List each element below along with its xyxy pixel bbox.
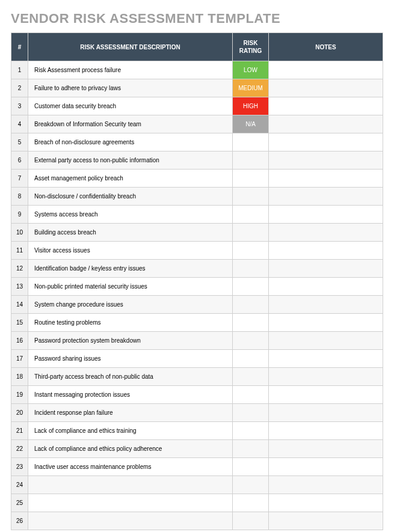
row-number: 8 [11, 188, 28, 206]
table-row: 10Building access breach [11, 224, 383, 242]
row-notes [269, 494, 383, 512]
row-description: Lack of compliance and ethics policy adh… [28, 440, 233, 458]
table-row: 11Visitor access issues [11, 242, 383, 260]
row-description: Inactive user access maintenance problem… [28, 458, 233, 476]
row-rating [233, 350, 269, 368]
row-rating [233, 440, 269, 458]
row-number: 3 [11, 97, 28, 115]
row-rating [233, 332, 269, 350]
row-notes [269, 188, 383, 206]
row-number: 7 [11, 170, 28, 188]
row-number: 24 [11, 476, 28, 494]
row-notes [269, 242, 383, 260]
row-notes [269, 296, 383, 314]
row-description: Routine testing problems [28, 314, 233, 332]
row-notes [269, 170, 383, 188]
row-number: 1 [11, 61, 28, 79]
row-description: Building access breach [28, 224, 233, 242]
row-description: Breakdown of Information Security team [28, 115, 233, 133]
row-rating [233, 386, 269, 404]
row-description: Systems access breach [28, 206, 233, 224]
page-title: VENDOR RISK ASSESSMENT TEMPLATE [11, 11, 383, 26]
table-row: 25 [11, 494, 383, 512]
row-description: Non-public printed material security iss… [28, 278, 233, 296]
row-description: Password sharing issues [28, 350, 233, 368]
table-row: 19Instant messaging protection issues [11, 386, 383, 404]
row-rating [233, 188, 269, 206]
table-row: 15Routine testing problems [11, 314, 383, 332]
table-row: 21Lack of compliance and ethics training [11, 422, 383, 440]
row-number: 23 [11, 458, 28, 476]
row-description: Instant messaging protection issues [28, 386, 233, 404]
row-rating [233, 151, 269, 170]
table-row: 6External party access to non-public inf… [11, 151, 383, 170]
row-notes [269, 404, 383, 422]
table-row: 17Password sharing issues [11, 350, 383, 368]
row-number: 20 [11, 404, 28, 422]
row-number: 6 [11, 151, 28, 170]
row-description [28, 512, 233, 530]
row-notes [269, 332, 383, 350]
table-row: 13Non-public printed material security i… [11, 278, 383, 296]
row-notes [269, 512, 383, 530]
row-notes [269, 476, 383, 494]
table-row: 26 [11, 512, 383, 530]
table-row: 9Systems access breach [11, 206, 383, 224]
table-row: 16Password protection system breakdown [11, 332, 383, 350]
row-rating [233, 206, 269, 224]
row-notes [269, 151, 383, 170]
table-row: 24 [11, 476, 383, 494]
row-rating [233, 314, 269, 332]
row-description: Risk Assessment process failure [28, 61, 233, 79]
row-rating [233, 133, 269, 151]
table-row: 4Breakdown of Information Security teamN… [11, 115, 383, 133]
row-notes [269, 224, 383, 242]
row-number: 25 [11, 494, 28, 512]
row-description: Visitor access issues [28, 242, 233, 260]
table-row: 3Customer data security breachHIGH [11, 97, 383, 115]
row-rating [233, 494, 269, 512]
row-description: Non-disclosure / confidentiality breach [28, 188, 233, 206]
row-rating [233, 296, 269, 314]
table-row: 7Asset management policy breach [11, 170, 383, 188]
row-description: Failure to adhere to privacy laws [28, 79, 233, 97]
row-number: 2 [11, 79, 28, 97]
row-number: 22 [11, 440, 28, 458]
row-number: 18 [11, 368, 28, 386]
header-rating: RISK RATING [233, 33, 269, 61]
row-rating: HIGH [233, 97, 269, 115]
row-description: Customer data security breach [28, 97, 233, 115]
header-notes: NOTES [269, 33, 383, 61]
row-rating [233, 458, 269, 476]
row-rating [233, 368, 269, 386]
row-rating [233, 404, 269, 422]
row-rating [233, 422, 269, 440]
row-notes [269, 61, 383, 79]
table-row: 14System change procedure issues [11, 296, 383, 314]
row-notes [269, 260, 383, 278]
row-description: Lack of compliance and ethics training [28, 422, 233, 440]
table-row: 20Incident response plan failure [11, 404, 383, 422]
row-description: Breach of non-disclosure agreements [28, 133, 233, 151]
row-rating [233, 512, 269, 530]
row-number: 19 [11, 386, 28, 404]
row-number: 15 [11, 314, 28, 332]
row-notes [269, 278, 383, 296]
row-rating [233, 242, 269, 260]
table-row: 23Inactive user access maintenance probl… [11, 458, 383, 476]
table-row: 5Breach of non-disclosure agreements [11, 133, 383, 151]
row-number: 14 [11, 296, 28, 314]
row-notes [269, 350, 383, 368]
table-header-row: # RISK ASSESSMENT DESCRIPTION RISK RATIN… [11, 33, 383, 61]
table-row: 22Lack of compliance and ethics policy a… [11, 440, 383, 458]
table-row: 1Risk Assessment process failureLOW [11, 61, 383, 79]
row-description: Asset management policy breach [28, 170, 233, 188]
row-notes [269, 458, 383, 476]
row-number: 9 [11, 206, 28, 224]
risk-assessment-table: # RISK ASSESSMENT DESCRIPTION RISK RATIN… [11, 32, 383, 530]
row-number: 10 [11, 224, 28, 242]
row-notes [269, 386, 383, 404]
header-number: # [11, 33, 28, 61]
table-row: 2Failure to adhere to privacy lawsMEDIUM [11, 79, 383, 97]
row-description: External party access to non-public info… [28, 151, 233, 170]
